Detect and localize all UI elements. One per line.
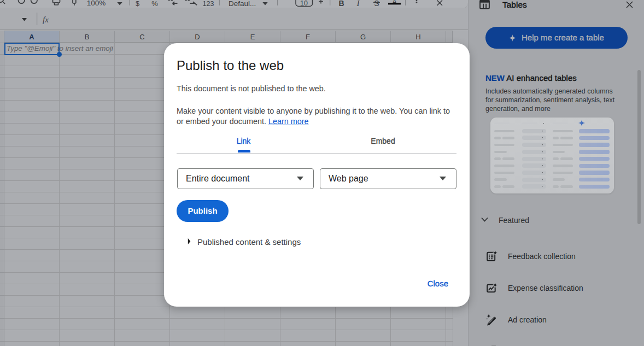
svg-text:B: B bbox=[338, 0, 344, 8]
svg-text:%: % bbox=[151, 0, 158, 8]
svg-text:I: I bbox=[356, 0, 360, 8]
svg-text:10: 10 bbox=[300, 0, 308, 7]
svg-text:$: $ bbox=[136, 0, 140, 8]
svg-text:fx: fx bbox=[43, 15, 49, 24]
svg-text:S: S bbox=[374, 0, 379, 8]
svg-text:123: 123 bbox=[203, 0, 214, 8]
svg-text:Defaul...: Defaul... bbox=[229, 0, 256, 8]
svg-text:100%: 100% bbox=[87, 0, 106, 7]
